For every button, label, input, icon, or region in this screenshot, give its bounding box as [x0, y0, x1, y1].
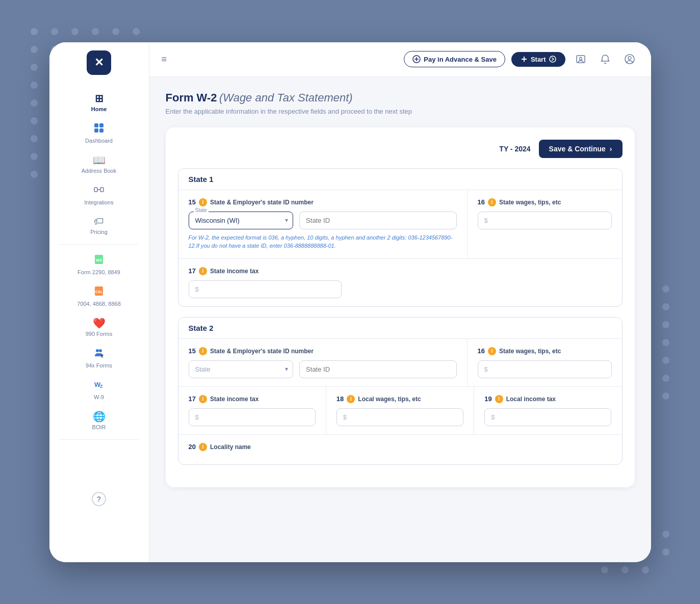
state2-field20-num: 20	[189, 443, 196, 451]
sidebar-item-990forms[interactable]: ❤️ 990 Forms	[49, 312, 149, 342]
svg-text:CAL: CAL	[95, 290, 103, 294]
app-logo[interactable]: ✕	[87, 50, 111, 75]
state2-field16-input[interactable]	[478, 360, 612, 378]
sidebar-item-w9[interactable]: W Z W-9	[49, 374, 149, 405]
sidebar-divider-2	[59, 439, 139, 440]
state1-field17-input[interactable]	[189, 280, 342, 298]
state1-state-select-wrap: State Wisconsin (WI) Alabama (AL) Alaska…	[189, 212, 294, 229]
state1-field17-label: State income tax	[210, 268, 258, 275]
form94x-icon: Z	[93, 347, 105, 361]
sidebar-item-990forms-label: 990 Forms	[86, 331, 113, 337]
state2-field20-label: Locality name	[210, 443, 251, 451]
state2-field17-num: 17	[189, 395, 196, 403]
state2-field19-info-icon[interactable]: i	[495, 395, 503, 403]
state2-state-id-row: State Wisconsin (WI) Alabama (AL) ▾	[189, 360, 457, 378]
svg-rect-0	[94, 123, 98, 127]
state2-field18-input[interactable]	[336, 408, 463, 426]
profile-button[interactable]	[620, 50, 639, 68]
contacts-icon	[576, 54, 586, 64]
form2290-icon: W2	[93, 254, 105, 268]
user-circle-icon	[624, 54, 635, 65]
state2-field17-label-row: 17 i State income tax	[189, 395, 316, 403]
sidebar-item-home[interactable]: ⊞ Home	[49, 87, 149, 117]
content-area: ≡ Pay in Advance & Save Start	[149, 42, 651, 562]
state1-state-select[interactable]: Wisconsin (WI) Alabama (AL) Alaska (AK) …	[189, 212, 294, 229]
state1-field15-num: 15	[189, 198, 196, 206]
state1-state-id-input-wrap	[299, 212, 456, 229]
sidebar-item-form2290-label: Form 2290, 8849	[77, 269, 120, 275]
bell-icon	[600, 54, 610, 64]
state1-field16-input[interactable]	[478, 212, 612, 229]
page-subtitle: Enter the applicable information in the …	[166, 108, 635, 115]
expand-nav-button[interactable]: ≡	[162, 54, 167, 65]
state1-state-id-row: State Wisconsin (WI) Alabama (AL) Alaska…	[189, 212, 457, 229]
svg-point-23	[579, 58, 582, 60]
state2-field19-input[interactable]	[484, 408, 611, 426]
state2-field17-input[interactable]	[189, 408, 316, 426]
state1-field15-info-icon[interactable]: i	[199, 198, 207, 206]
sidebar-item-94xforms[interactable]: Z 94x Forms	[49, 342, 149, 374]
sidebar-item-home-label: Home	[91, 106, 107, 112]
state2-field16-info-icon[interactable]: i	[488, 347, 496, 355]
plus-circle-icon	[412, 55, 421, 63]
state1-field15-cell: 15 i State & Employer's state ID number …	[178, 190, 468, 258]
sidebar-item-dashboard[interactable]: Dashboard	[49, 117, 149, 149]
state2-row-20: 20 i Locality name	[178, 435, 622, 464]
sidebar-item-boir-label: BOIR	[92, 424, 106, 430]
pay-advance-button[interactable]: Pay in Advance & Save	[404, 51, 505, 67]
svg-rect-1	[99, 123, 103, 127]
state2-state-select[interactable]: State Wisconsin (WI) Alabama (AL)	[189, 360, 294, 378]
tax-year-label: TY - 2024	[499, 145, 530, 153]
page-title: Form W-2	[166, 91, 217, 104]
sidebar-item-dashboard-label: Dashboard	[85, 138, 113, 144]
main-card: ✕ ⊞ Home Dashboard 📖 Address Book	[49, 42, 651, 562]
svg-point-21	[550, 56, 556, 62]
state2-heading: State 2	[178, 318, 622, 339]
state2-field15-cell: 15 i State & Employer's state ID number …	[178, 339, 468, 386]
state1-field15-label-row: 15 i State & Employer's state ID number	[189, 198, 457, 206]
save-continue-button[interactable]: Save & Continue ›	[539, 140, 623, 158]
state2-state-id-input[interactable]	[299, 360, 456, 378]
home-icon: ⊞	[95, 92, 103, 104]
state2-field17-cell: 17 i State income tax	[178, 387, 326, 434]
state2-field15-label: State & Employer's state ID number	[210, 348, 314, 355]
pricing-icon: 🏷	[94, 216, 104, 227]
state2-field15-info-icon[interactable]: i	[199, 347, 207, 355]
sidebar-item-pricing[interactable]: 🏷 Pricing	[49, 211, 149, 240]
state1-state-id-input[interactable]	[299, 212, 456, 229]
state2-field18-label-row: 18 i Local wages, tips, etc	[336, 395, 463, 403]
svg-point-11	[96, 349, 99, 352]
help-button[interactable]: ?	[92, 492, 106, 506]
svg-text:Z: Z	[100, 384, 103, 389]
state1-field17-label-row: 17 i State income tax	[189, 267, 342, 275]
sidebar-item-form7004[interactable]: CAL 7004, 4868, 8868	[49, 280, 149, 312]
state2-field20-info-icon[interactable]: i	[199, 443, 207, 451]
notifications-button[interactable]	[596, 50, 614, 68]
integrations-icon	[93, 184, 105, 198]
state2-field18-label: Local wages, tips, etc	[358, 396, 421, 403]
state1-field15-hint: For W-2, the expected format is 036, a h…	[189, 233, 457, 250]
sidebar-item-integrations[interactable]: Integrations	[49, 179, 149, 211]
circle-arrow-icon	[549, 56, 556, 63]
sidebar-item-form2290[interactable]: W2 Form 2290, 8849	[49, 249, 149, 280]
state1-state-field-label: State	[194, 207, 209, 213]
state1-field17-info-icon[interactable]: i	[199, 267, 207, 275]
state2-field17-info-icon[interactable]: i	[199, 395, 207, 403]
svg-rect-3	[99, 128, 103, 133]
state1-field16-label: State wages, tips, etc	[499, 199, 561, 206]
state2-field18-info-icon[interactable]: i	[347, 395, 355, 403]
state1-field15-label: State & Employer's state ID number	[210, 199, 314, 206]
sidebar-item-pricing-label: Pricing	[90, 229, 108, 235]
svg-rect-22	[577, 56, 585, 63]
state2-field18-cell: 18 i Local wages, tips, etc	[326, 387, 474, 434]
state2-field16-cell: 16 i State wages, tips, etc	[468, 339, 622, 386]
state2-row-15-16: 15 i State & Employer's state ID number …	[178, 339, 622, 387]
page-content: Form W-2 (Wage and Tax Statement) Enter …	[149, 77, 651, 562]
state2-field20-label-row: 20 i Locality name	[189, 443, 342, 451]
w9-icon: W Z	[93, 379, 105, 392]
contacts-button[interactable]	[572, 50, 590, 68]
start-button[interactable]: Start	[511, 52, 565, 67]
sidebar-item-boir[interactable]: 🌐 BOIR	[49, 405, 149, 435]
sidebar-item-address-book[interactable]: 📖 Address Book	[49, 149, 149, 179]
state1-field16-info-icon[interactable]: i	[488, 198, 496, 206]
